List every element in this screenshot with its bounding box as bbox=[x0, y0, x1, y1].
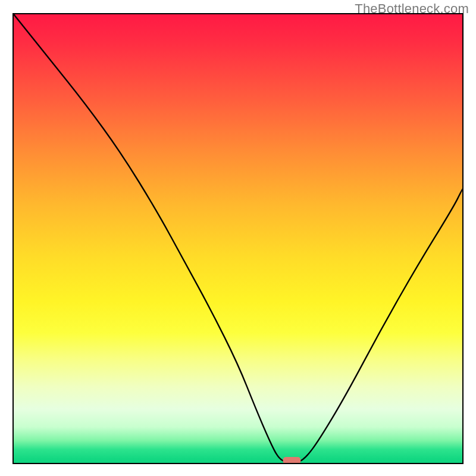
curve-layer bbox=[14, 14, 462, 463]
plot-area bbox=[12, 13, 464, 464]
bottleneck-curve bbox=[14, 14, 462, 463]
chart-frame: TheBottleneck.com bbox=[0, 0, 476, 476]
optimal-point-marker bbox=[283, 457, 301, 463]
